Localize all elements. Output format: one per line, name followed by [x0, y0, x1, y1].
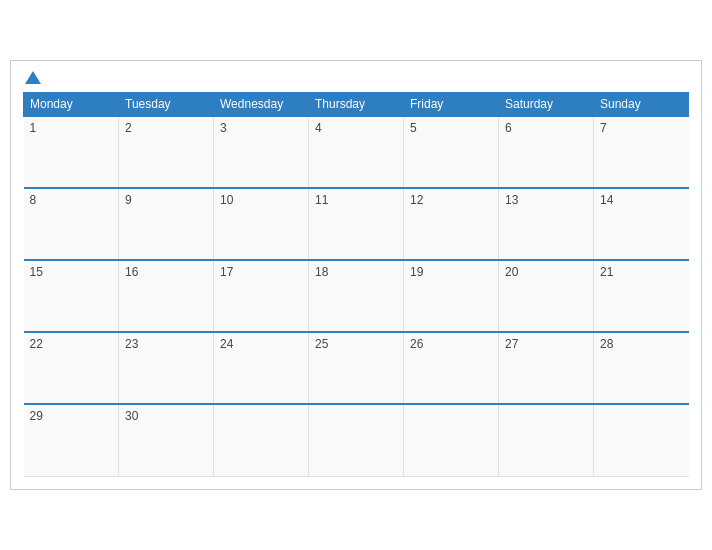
weekday-header-saturday: Saturday: [499, 93, 594, 117]
day-number: 10: [220, 193, 233, 207]
day-number: 1: [30, 121, 37, 135]
calendar-day-cell: 28: [594, 332, 689, 404]
calendar-day-cell: [404, 404, 499, 476]
calendar-body: 1234567891011121314151617181920212223242…: [24, 116, 689, 476]
day-number: 5: [410, 121, 417, 135]
day-number: 24: [220, 337, 233, 351]
day-number: 12: [410, 193, 423, 207]
calendar-day-cell: 1: [24, 116, 119, 188]
calendar-day-cell: 13: [499, 188, 594, 260]
day-number: 3: [220, 121, 227, 135]
calendar-day-cell: 24: [214, 332, 309, 404]
calendar-day-cell: 30: [119, 404, 214, 476]
calendar-day-cell: 29: [24, 404, 119, 476]
weekday-header-friday: Friday: [404, 93, 499, 117]
calendar-day-cell: [214, 404, 309, 476]
calendar-day-cell: 16: [119, 260, 214, 332]
day-number: 15: [30, 265, 43, 279]
calendar-day-cell: 2: [119, 116, 214, 188]
day-number: 30: [125, 409, 138, 423]
day-number: 29: [30, 409, 43, 423]
calendar-day-cell: 23: [119, 332, 214, 404]
day-number: 28: [600, 337, 613, 351]
calendar-header: [23, 71, 689, 84]
calendar-week-row: 1234567: [24, 116, 689, 188]
weekday-header-thursday: Thursday: [309, 93, 404, 117]
day-number: 23: [125, 337, 138, 351]
calendar-day-cell: 25: [309, 332, 404, 404]
day-number: 13: [505, 193, 518, 207]
day-number: 7: [600, 121, 607, 135]
calendar-day-cell: [594, 404, 689, 476]
calendar-day-cell: 27: [499, 332, 594, 404]
calendar-day-cell: 10: [214, 188, 309, 260]
calendar-day-cell: 11: [309, 188, 404, 260]
calendar-day-cell: 5: [404, 116, 499, 188]
day-number: 27: [505, 337, 518, 351]
day-number: 2: [125, 121, 132, 135]
calendar-day-cell: 17: [214, 260, 309, 332]
day-number: 20: [505, 265, 518, 279]
logo: [23, 71, 41, 84]
calendar-day-cell: 3: [214, 116, 309, 188]
weekday-header-sunday: Sunday: [594, 93, 689, 117]
calendar-day-cell: 15: [24, 260, 119, 332]
calendar-day-cell: 12: [404, 188, 499, 260]
calendar-day-cell: [309, 404, 404, 476]
day-number: 19: [410, 265, 423, 279]
calendar-day-cell: 21: [594, 260, 689, 332]
day-number: 14: [600, 193, 613, 207]
calendar-day-cell: 9: [119, 188, 214, 260]
weekday-header-monday: Monday: [24, 93, 119, 117]
day-number: 25: [315, 337, 328, 351]
calendar-week-row: 2930: [24, 404, 689, 476]
calendar-day-cell: [499, 404, 594, 476]
calendar-container: MondayTuesdayWednesdayThursdayFridaySatu…: [10, 60, 702, 490]
day-number: 9: [125, 193, 132, 207]
day-number: 6: [505, 121, 512, 135]
calendar-day-cell: 6: [499, 116, 594, 188]
logo-triangle-icon: [25, 71, 41, 84]
calendar-day-cell: 19: [404, 260, 499, 332]
calendar-day-cell: 14: [594, 188, 689, 260]
day-number: 26: [410, 337, 423, 351]
calendar-header-row: MondayTuesdayWednesdayThursdayFridaySatu…: [24, 93, 689, 117]
day-number: 4: [315, 121, 322, 135]
calendar-week-row: 15161718192021: [24, 260, 689, 332]
day-number: 8: [30, 193, 37, 207]
calendar-week-row: 891011121314: [24, 188, 689, 260]
day-number: 21: [600, 265, 613, 279]
day-number: 16: [125, 265, 138, 279]
day-number: 17: [220, 265, 233, 279]
day-number: 22: [30, 337, 43, 351]
day-number: 11: [315, 193, 328, 207]
calendar-day-cell: 4: [309, 116, 404, 188]
calendar-day-cell: 8: [24, 188, 119, 260]
weekday-header-tuesday: Tuesday: [119, 93, 214, 117]
calendar-day-cell: 20: [499, 260, 594, 332]
calendar-day-cell: 18: [309, 260, 404, 332]
day-number: 18: [315, 265, 328, 279]
weekday-header-wednesday: Wednesday: [214, 93, 309, 117]
calendar-table: MondayTuesdayWednesdayThursdayFridaySatu…: [23, 92, 689, 477]
calendar-week-row: 22232425262728: [24, 332, 689, 404]
calendar-day-cell: 22: [24, 332, 119, 404]
calendar-day-cell: 7: [594, 116, 689, 188]
calendar-day-cell: 26: [404, 332, 499, 404]
